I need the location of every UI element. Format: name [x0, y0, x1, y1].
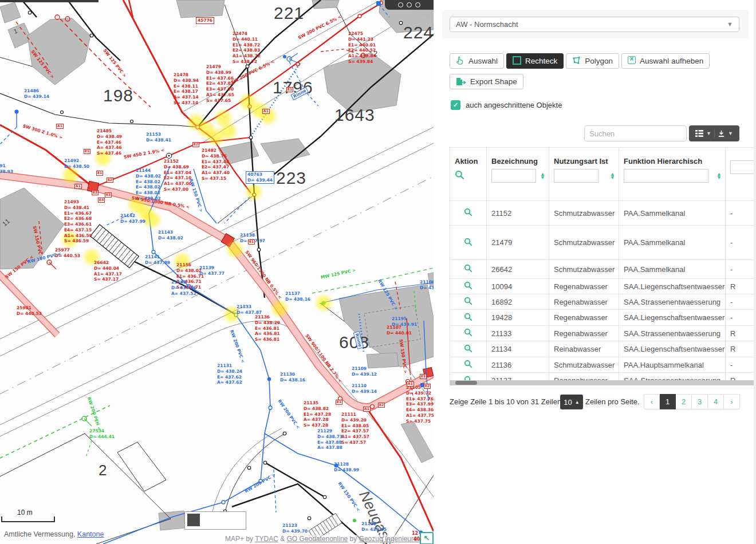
rectangle-icon	[513, 56, 521, 66]
table-toolbar[interactable]: ▼ ▼	[689, 125, 739, 141]
north-arrow-button[interactable]: ↖	[420, 532, 434, 544]
toolbar-dot-icon[interactable]	[407, 2, 412, 7]
table-row[interactable]: 21137RegenabwasserSAA.Strassenentwaesser…	[450, 373, 754, 381]
page-button-1[interactable]: 1	[660, 394, 676, 409]
cell-nutzungsart: Schmutzabwasser	[549, 357, 619, 373]
table-row[interactable]: 21152SchmutzabwasserPAA.Sammelkanal-	[450, 201, 754, 226]
tool-button-label: Auswahl aufheben	[640, 57, 703, 65]
download-icon[interactable]	[718, 130, 725, 137]
column-header-nutzungsart-ist[interactable]: Nutzungsart Ist▲▼	[549, 148, 619, 201]
column-header-funktion-hierarchisch[interactable]: Funktion Hierarchisch▲▼	[619, 148, 726, 201]
column-filter-input[interactable]	[554, 169, 598, 183]
cell-funktion: SAA.Strassenentwaesserung	[619, 294, 726, 310]
table-row[interactable]: 21479SchmutzabwasserPAA.Sammelkanal-	[450, 226, 754, 260]
table-row[interactable]: 21136SchmutzabwasserPAA.Hauptsammelkanal…	[450, 357, 754, 373]
page-button-4[interactable]: 4	[708, 394, 724, 409]
toolbar-dot-icon[interactable]	[415, 2, 420, 7]
attribution-link[interactable]: TYDAC	[255, 535, 278, 543]
row-zoom-button[interactable]	[464, 360, 472, 370]
row-zoom-button[interactable]	[464, 313, 472, 323]
row-zoom-button[interactable]	[464, 238, 472, 248]
cell-nutzungsart: Regenabwasser	[549, 373, 619, 381]
horizontal-scrollbar[interactable]	[450, 380, 754, 385]
column-header-bezeichnung[interactable]: Bezeichnung▲▼	[487, 148, 549, 201]
sort-arrows-icon[interactable]: ▲▼	[610, 173, 615, 179]
scrollbar-thumb[interactable]	[455, 381, 477, 385]
cell-nutzungsart: Schmutzabwasser	[549, 226, 619, 260]
export-shape-button[interactable]: Export Shape	[450, 74, 523, 89]
map-overlay-number: 40	[414, 537, 420, 542]
checkbox-checked-icon[interactable]: ✓	[451, 100, 460, 110]
row-zoom-button[interactable]	[464, 297, 472, 307]
table-row[interactable]: 26642SchmutzabwasserPAA.Sammelkanal-	[450, 260, 754, 279]
chevron-up-icon: ▲	[575, 400, 580, 405]
scale-bar-line	[1, 517, 55, 522]
map-extent-widget[interactable]	[184, 511, 246, 530]
row-zoom-button[interactable]	[464, 281, 472, 291]
cell-nutzungsart: Regenabwasser	[549, 294, 619, 310]
column-header-extra[interactable]: ▲▼	[726, 148, 754, 201]
page-size-dropdown[interactable]: 10 ▲	[560, 395, 583, 409]
row-action-cell	[450, 260, 487, 279]
tool-button-label: Polygon	[585, 57, 613, 65]
cell-bezeichnung: 16892	[487, 294, 549, 310]
page-next-button[interactable]: ›	[724, 394, 740, 409]
tool-button-polygon[interactable]: Polygon	[566, 53, 619, 69]
scale-label: 10 m	[17, 508, 55, 517]
clear-selection-icon	[628, 56, 636, 66]
cell-bezeichnung: 21133	[487, 326, 549, 341]
layer-select[interactable]: AW - Normschacht ▼	[450, 17, 739, 32]
map-canvas[interactable]: Neugasse 2212241981796164322360822111457…	[0, 0, 434, 544]
polygon-icon	[572, 56, 581, 66]
kantone-link[interactable]: Kantone	[77, 530, 104, 538]
export-shape-icon	[456, 77, 466, 86]
map-linework	[0, 0, 434, 544]
row-zoom-button[interactable]	[464, 344, 472, 354]
chevron-down-icon[interactable]: ▼	[728, 131, 733, 136]
row-zoom-button[interactable]	[464, 208, 472, 218]
row-zoom-button[interactable]	[464, 328, 472, 338]
cell-bezeichnung: 21136	[487, 357, 549, 373]
intersect-option-row[interactable]: ✓ auch angeschnittene Objekte	[451, 100, 562, 110]
attribution-right: MAP+ by TYDAC & GO Geodatenonline by Geo…	[225, 535, 429, 543]
column-filter-input[interactable]	[624, 169, 708, 183]
table-row[interactable]: 19428RegenabwasserSAA.Liegenschaftsentwa…	[450, 310, 754, 326]
panel-scrollbar[interactable]	[754, 0, 756, 544]
table-row[interactable]: 21134ReinabwasserSAA.Liegenschaftsentwae…	[450, 341, 754, 357]
row-action-cell	[450, 326, 487, 341]
page-button-3[interactable]: 3	[692, 394, 708, 409]
tool-button-rechteck[interactable]: Rechteck	[506, 53, 564, 69]
cell-bezeichnung: 21152	[487, 201, 549, 226]
row-action-cell	[450, 201, 487, 226]
layer-select-container: AW - Normschacht ▼	[442, 10, 749, 38]
page-button-2[interactable]: 2	[676, 394, 692, 409]
table-row[interactable]: 10094RegenabwasserSAA.Liegenschaftsentwa…	[450, 279, 754, 294]
table-row[interactable]: 21133RegenabwasserSAA.Strassenentwaesser…	[450, 326, 754, 341]
toolbar-dot-icon[interactable]	[398, 2, 403, 7]
tool-button-auswahl[interactable]: Auswahl	[450, 53, 504, 69]
map-overlay-number: 12	[412, 531, 418, 536]
map-toolbar[interactable]	[385, 0, 434, 10]
cell-nutzungsart: Schmutzabwasser	[549, 260, 619, 279]
column-filter-input[interactable]	[491, 169, 536, 183]
results-table-wrap[interactable]: AktionBezeichnung▲▼Nutzungsart Ist▲▼Funk…	[450, 147, 754, 380]
tool-button-auswahl-aufheben[interactable]: Auswahl aufheben	[621, 53, 710, 69]
export-row: Export Shape	[450, 74, 523, 89]
column-filter-input[interactable]	[730, 160, 754, 174]
table-row[interactable]: 16892RegenabwasserSAA.Strassenentwaesser…	[450, 294, 754, 310]
attribution-text: Amtliche Vermessung,	[4, 530, 77, 538]
extent-rectangle	[187, 514, 200, 526]
cell-nutzungsart: Regenabwasser	[549, 326, 619, 341]
chevron-down-icon[interactable]: ▼	[706, 131, 711, 136]
cell-nutzungsart: Regenabwasser	[549, 310, 619, 326]
columns-icon[interactable]	[695, 130, 703, 137]
sort-arrows-icon[interactable]: ▲▼	[540, 173, 545, 179]
attribution-link[interactable]: GO Geodatenonline	[286, 535, 348, 543]
page-prev-button[interactable]: ‹	[644, 394, 660, 409]
search-input[interactable]	[584, 125, 687, 141]
row-zoom-button[interactable]	[464, 264, 472, 274]
sort-arrows-icon[interactable]: ▲▼	[716, 173, 722, 179]
cell-bezeichnung: 21134	[487, 341, 549, 357]
row-zoom-button[interactable]	[464, 376, 472, 381]
cell-funktion: PAA.Sammelkanal	[619, 226, 726, 260]
